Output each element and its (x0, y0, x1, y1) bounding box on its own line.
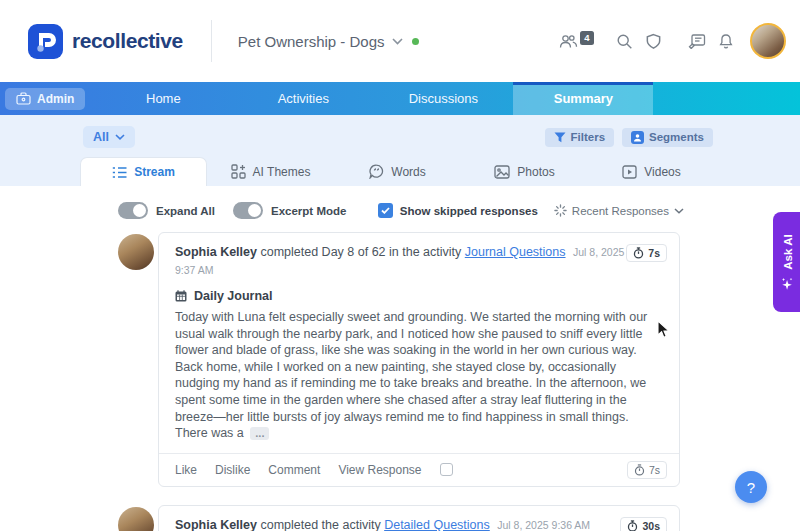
chevron-down-icon (392, 38, 403, 45)
like-button[interactable]: Like (175, 463, 197, 477)
excerpt-mode-toggle[interactable]: Excerpt Mode (233, 202, 346, 219)
activity-link[interactable]: Detailed Questions (384, 518, 490, 531)
toggle-switch (118, 202, 148, 219)
stream-icon (112, 166, 127, 179)
response-row: Sophia Kelley completed Day 8 of 62 in t… (158, 232, 680, 487)
notifications-button[interactable] (714, 29, 738, 54)
filters-button[interactable]: Filters (545, 128, 615, 147)
expand-all-label: Expand All (156, 205, 215, 217)
chevron-down-icon (115, 134, 125, 140)
tab-words[interactable]: Words (334, 157, 461, 186)
response-header: Sophia Kelley completed the activity Det… (159, 506, 679, 531)
ai-themes-icon (231, 164, 246, 179)
show-skipped-checkbox[interactable] (378, 203, 393, 218)
response-header-text: Sophia Kelley completed the activity Det… (175, 517, 590, 531)
stopwatch-icon (627, 520, 638, 531)
admin-button[interactable]: Admin (5, 88, 85, 110)
scope-filter-label: All (93, 130, 109, 144)
nav-item-activities[interactable]: Activities (233, 82, 373, 115)
main-navigation: Admin Home Activities Discussions Summar… (0, 82, 800, 115)
calendar-icon (175, 290, 187, 302)
response-row: Sophia Kelley completed the activity Det… (158, 505, 680, 531)
stopwatch-icon (633, 247, 644, 259)
footer-duration-value: 7s (649, 464, 660, 476)
dislike-button[interactable]: Dislike (215, 463, 250, 477)
response-text: Today with Luna felt especially sweet an… (175, 310, 647, 440)
sort-dropdown[interactable]: Recent Responses (554, 204, 684, 217)
tab-ai-themes[interactable]: AI Themes (207, 157, 334, 186)
tab-photos[interactable]: Photos (461, 157, 588, 186)
response-footer: Like Dislike Comment View Response 7s (159, 453, 679, 486)
comment-button[interactable]: Comment (268, 463, 320, 477)
tab-videos-label: Videos (644, 165, 680, 179)
avatar[interactable] (118, 507, 154, 531)
scope-filter-dropdown[interactable]: All (83, 126, 135, 148)
footer-duration-badge: 7s (627, 461, 667, 479)
tab-stream[interactable]: Stream (80, 157, 207, 186)
tab-words-label: Words (391, 165, 425, 179)
app-window: recollective Pet Ownership - Dogs 4 (0, 0, 800, 531)
project-title-dropdown[interactable]: Pet Ownership - Dogs (238, 33, 419, 50)
sort-label: Recent Responses (572, 205, 669, 217)
segments-icon (631, 131, 644, 144)
avatar[interactable] (118, 234, 154, 270)
filter-band: All Filters Segments (0, 115, 800, 186)
resources-button[interactable] (684, 29, 710, 53)
search-button[interactable] (612, 29, 637, 54)
help-icon: ? (747, 479, 755, 496)
show-skipped-label: Show skipped responses (400, 205, 538, 217)
header-icon-group: 4 (555, 23, 800, 59)
videos-icon (622, 165, 637, 179)
segments-label: Segments (649, 131, 704, 143)
expand-all-toggle[interactable]: Expand All (118, 202, 215, 219)
nav-item-home[interactable]: Home (93, 82, 233, 115)
resources-icon (688, 33, 706, 49)
view-response-button[interactable]: View Response (338, 463, 421, 477)
tab-videos[interactable]: Videos (588, 157, 715, 186)
summary-tabs: Stream AI Themes Words Ph (80, 157, 800, 186)
ask-ai-label: Ask AI (781, 234, 793, 269)
tab-ai-themes-label: AI Themes (253, 165, 311, 179)
header-divider (211, 20, 212, 62)
top-header: recollective Pet Ownership - Dogs 4 (0, 0, 800, 82)
select-response-checkbox[interactable] (440, 463, 453, 476)
author-link[interactable]: Sophia Kelley (175, 518, 257, 531)
segments-button[interactable]: Segments (622, 128, 713, 147)
briefcase-icon (16, 92, 31, 105)
expand-ellipsis-button[interactable]: ... (250, 427, 269, 440)
participants-count-badge: 4 (580, 31, 594, 45)
nav-item-discussions[interactable]: Discussions (373, 82, 513, 115)
brand-logo[interactable]: recollective (28, 24, 183, 59)
tab-stream-label: Stream (134, 165, 175, 179)
participants-button[interactable]: 4 (555, 30, 598, 53)
author-link[interactable]: Sophia Kelley (175, 245, 257, 259)
sparkle-icon (780, 276, 794, 290)
ask-ai-button[interactable]: Ask AI (773, 212, 800, 312)
filters-label: Filters (571, 131, 606, 143)
moderation-button[interactable] (641, 29, 666, 54)
activity-link[interactable]: Journal Questions (465, 245, 566, 259)
help-button[interactable]: ? (735, 471, 767, 503)
status-dot (412, 38, 419, 45)
search-icon (616, 33, 633, 50)
nav-item-summary[interactable]: Summary (513, 82, 653, 115)
stopwatch-icon (634, 464, 645, 476)
response-card: Sophia Kelley completed Day 8 of 62 in t… (158, 232, 680, 487)
brand-wordmark: recollective (72, 29, 183, 53)
bell-icon (718, 33, 734, 50)
sort-spinner-icon (554, 204, 567, 217)
response-header-text: Sophia Kelley completed Day 8 of 62 in t… (175, 244, 626, 279)
action-text: completed the activity (260, 518, 380, 531)
stream-controls-right: Show skipped responses Recent Responses (378, 203, 684, 218)
participants-icon (559, 34, 578, 49)
user-avatar[interactable] (750, 23, 786, 59)
stream-content: Expand All Excerpt Mode Show skipped res… (0, 202, 800, 531)
nav-items: Home Activities Discussions Summary (93, 82, 653, 115)
excerpt-mode-label: Excerpt Mode (271, 205, 346, 217)
admin-label: Admin (37, 92, 74, 106)
section-title-row: Daily Journal (159, 279, 679, 303)
timestamp: Jul 8, 2025 9:36 AM (497, 519, 590, 531)
filter-icon (554, 132, 566, 143)
filter-row: All Filters Segments (0, 115, 800, 148)
recollective-logo-icon (28, 24, 63, 59)
